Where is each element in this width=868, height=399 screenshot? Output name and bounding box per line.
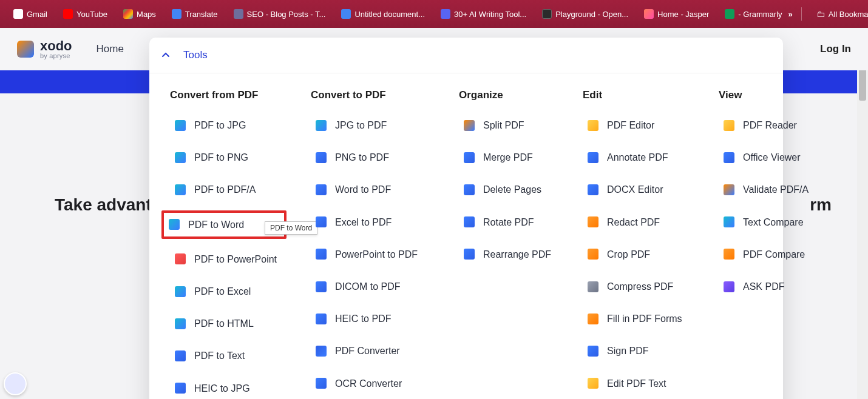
folder-icon: 🗀 xyxy=(816,9,825,19)
form-icon xyxy=(588,314,598,324)
tool-crop-pdf[interactable]: Crop PDF xyxy=(583,243,698,266)
bookmark-gmail[interactable]: Gmail xyxy=(7,7,53,21)
file-icon xyxy=(316,314,327,324)
tool-heic-to-jpg[interactable]: HEIC to JPG xyxy=(170,377,290,400)
bookmark-label: Maps xyxy=(137,10,156,19)
bookmark-ai-writing[interactable]: 30+ AI Writing Tool... xyxy=(435,7,532,21)
tools-menu-header[interactable]: Tools xyxy=(149,38,783,73)
tool-annotate-pdf[interactable]: Annotate PDF xyxy=(583,146,698,169)
file-icon xyxy=(175,120,186,131)
tool-redact-pdf[interactable]: Redact PDF xyxy=(583,210,698,234)
tool-validate-pdfa[interactable]: Validate PDF/A xyxy=(719,178,822,201)
tool-heic-to-pdf[interactable]: HEIC to PDF xyxy=(311,307,438,330)
tool-png-to-pdf[interactable]: PNG to PDF xyxy=(311,146,438,169)
tool-ask-pdf[interactable]: ASK PDF xyxy=(719,275,822,298)
validate-icon xyxy=(724,184,734,195)
bookmark-label: Translate xyxy=(185,10,218,19)
tool-dicom-to-pdf[interactable]: DICOM to PDF xyxy=(311,275,438,298)
col-title: Edit xyxy=(583,89,698,101)
gmail-icon xyxy=(13,9,23,19)
scrollbar[interactable] xyxy=(857,28,868,399)
bookmark-translate[interactable]: Translate xyxy=(166,7,224,21)
tool-delete-pages[interactable]: Delete Pages xyxy=(459,178,562,201)
col-convert-to-pdf: Convert to PDF JPG to PDF PNG to PDF Wor… xyxy=(311,89,438,399)
tool-pdf-editor[interactable]: PDF Editor xyxy=(583,113,698,137)
tool-label: Validate PDF/A xyxy=(743,184,809,195)
tool-label: PDF Editor xyxy=(607,119,654,131)
nav-home[interactable]: Home xyxy=(97,43,124,55)
tool-label: JPG to PDF xyxy=(335,119,387,131)
col-title: Convert from PDF xyxy=(170,89,290,101)
openai-icon xyxy=(542,9,552,19)
tool-rearrange-pdf[interactable]: Rearrange PDF xyxy=(459,243,562,266)
viewer-icon xyxy=(724,152,734,163)
tool-pdf-to-html[interactable]: PDF to HTML xyxy=(170,312,290,335)
tool-pdf-to-png[interactable]: PDF to PNG xyxy=(170,146,290,169)
tool-ocr-converter[interactable]: OCR Converter xyxy=(311,372,438,395)
bookmark-maps[interactable]: Maps xyxy=(117,7,162,21)
bookmark-grammarly[interactable]: - Grammarly xyxy=(719,7,788,21)
tool-label: Excel to PDF xyxy=(335,216,392,228)
file-icon xyxy=(316,378,327,389)
tool-pdf-to-excel[interactable]: PDF to Excel xyxy=(170,280,290,303)
tool-label: PowerPoint to PDF xyxy=(335,249,418,260)
bookmark-untitled-doc[interactable]: Untitled document... xyxy=(335,7,431,21)
tool-edit-pdf-text[interactable]: Edit PDF Text xyxy=(583,372,698,395)
tool-jpg-to-pdf[interactable]: JPG to PDF xyxy=(311,113,438,137)
separator xyxy=(801,7,802,21)
tool-pdf-to-word[interactable]: PDF to Word PDF to Word xyxy=(161,210,287,239)
tool-pdf-compare[interactable]: PDF Compare xyxy=(719,243,822,266)
tool-pdf-to-pdfa[interactable]: PDF to PDF/A xyxy=(170,178,290,201)
annotate-icon xyxy=(588,152,598,163)
tool-word-to-pdf[interactable]: Word to PDF xyxy=(311,178,438,201)
bookmarks-bar: Gmail YouTube Maps Translate SEO - Blog … xyxy=(0,0,868,28)
bookmark-jasper[interactable]: Home - Jasper xyxy=(638,7,715,21)
brand[interactable]: xodo by apryse xyxy=(17,39,72,59)
tool-excel-to-pdf[interactable]: Excel to PDF xyxy=(311,210,438,234)
bookmark-youtube[interactable]: YouTube xyxy=(57,7,114,21)
bookmark-seo[interactable]: SEO - Blog Posts - T... xyxy=(228,7,332,21)
login-link[interactable]: Log In xyxy=(820,43,851,55)
tool-label: Delete Pages xyxy=(483,184,541,195)
tool-split-pdf[interactable]: Split PDF xyxy=(459,113,562,137)
compress-icon xyxy=(588,281,598,292)
chat-bubble[interactable] xyxy=(4,372,27,395)
jasper-icon xyxy=(644,9,654,19)
file-icon xyxy=(175,286,186,297)
bookmark-playground[interactable]: Playground - Open... xyxy=(536,7,634,21)
tool-label: PDF to PDF/A xyxy=(194,184,256,195)
file-icon xyxy=(175,350,186,361)
col-title: View xyxy=(719,89,822,101)
tool-label: DICOM to PDF xyxy=(335,281,401,292)
file-icon xyxy=(316,216,327,227)
tool-merge-pdf[interactable]: Merge PDF xyxy=(459,146,562,169)
tool-docx-editor[interactable]: DOCX Editor xyxy=(583,178,698,201)
tool-label: PDF to JPG xyxy=(194,119,246,131)
tool-pdf-to-text[interactable]: PDF to Text xyxy=(170,344,290,367)
sign-icon xyxy=(588,346,598,357)
tool-pdf-to-jpg[interactable]: PDF to JPG xyxy=(170,113,290,137)
tool-compress-pdf[interactable]: Compress PDF xyxy=(583,275,698,298)
tool-label: Rearrange PDF xyxy=(483,249,551,260)
tool-label: ASK PDF xyxy=(743,281,784,292)
tool-pdf-to-powerpoint[interactable]: PDF to PowerPoint xyxy=(170,247,290,271)
tool-text-compare[interactable]: Text Compare xyxy=(719,210,822,234)
tooltip: PDF to Word xyxy=(265,221,317,235)
tool-fill-forms[interactable]: Fill in PDF Forms xyxy=(583,307,698,330)
tool-label: PDF Converter xyxy=(335,345,400,357)
tool-pdf-converter[interactable]: PDF Converter xyxy=(311,339,438,363)
all-bookmarks[interactable]: 🗀 All Bookmarks xyxy=(810,7,868,21)
tool-rotate-pdf[interactable]: Rotate PDF xyxy=(459,210,562,234)
tool-powerpoint-to-pdf[interactable]: PowerPoint to PDF xyxy=(311,243,438,266)
bookmark-label: - Grammarly xyxy=(738,10,782,19)
redact-icon xyxy=(588,216,598,227)
tool-label: PDF to Text xyxy=(194,350,245,361)
tool-label: Crop PDF xyxy=(607,249,650,260)
tool-label: PDF to PNG xyxy=(194,152,248,163)
tool-sign-pdf[interactable]: Sign PDF xyxy=(583,339,698,363)
bookmarks-overflow[interactable]: » xyxy=(788,10,793,19)
tool-label: PDF to Word xyxy=(188,219,244,230)
tool-pdf-reader[interactable]: PDF Reader xyxy=(719,113,822,137)
file-icon xyxy=(316,249,327,260)
tool-office-viewer[interactable]: Office Viewer xyxy=(719,146,822,169)
